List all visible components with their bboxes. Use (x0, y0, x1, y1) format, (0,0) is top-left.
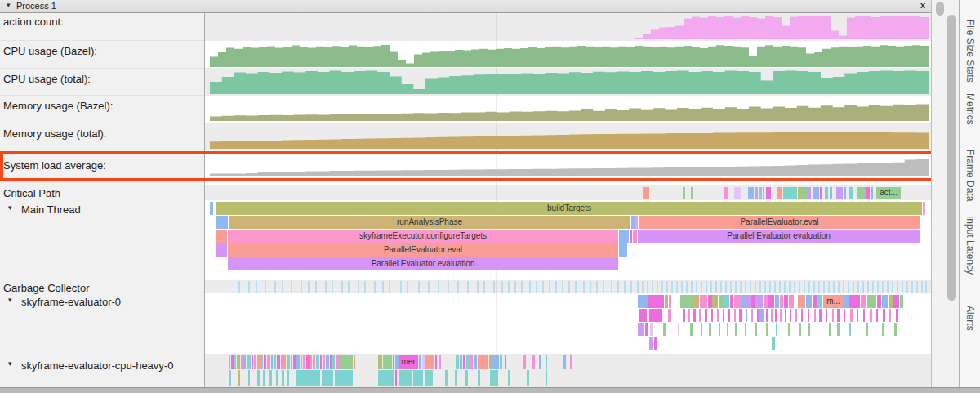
main-thread-row-0-slice[interactable] (923, 202, 925, 215)
skyframe-evaluator-0-row-2-slice[interactable] (690, 323, 693, 336)
gc-event-tick[interactable] (358, 281, 359, 293)
skyframe-evaluator-cpu-heavy-0-row-1-slice[interactable] (229, 370, 231, 386)
skyframe-evaluator-0-row-0-slice[interactable] (712, 295, 718, 308)
skyframe-evaluator-0-row-0-slice[interactable] (734, 295, 742, 308)
skyframe-evaluator-cpu-heavy-0-row-0-slice[interactable] (354, 355, 355, 369)
skyframe-evaluator-cpu-heavy-0-row-1-slice[interactable] (399, 370, 412, 386)
skyframe-evaluator-0-row-2-slice[interactable] (808, 323, 810, 336)
skyframe-evaluator-0-row-2-slice[interactable] (776, 323, 777, 336)
side-tab-input-latency[interactable]: Input Latency (964, 216, 976, 275)
gc-event-tick[interactable] (750, 281, 751, 293)
gc-event-tick[interactable] (779, 281, 781, 293)
gc-event-tick[interactable] (400, 281, 402, 293)
skyframe-evaluator-cpu-heavy-0-row-1-slice[interactable] (263, 370, 265, 386)
skyframe-evaluator-0-row-2-slice[interactable] (766, 323, 768, 336)
skyframe-evaluator-cpu-heavy-0-row-0-slice[interactable] (313, 355, 315, 369)
skyframe-evaluator-0-row-0-slice[interactable] (638, 295, 648, 308)
gc-event-tick[interactable] (902, 281, 903, 293)
gc-event-tick[interactable] (477, 281, 479, 293)
gc-event-tick[interactable] (590, 281, 591, 293)
gc-event-tick[interactable] (906, 281, 908, 293)
gc-event-tick[interactable] (256, 281, 257, 293)
critical-path-slice[interactable] (683, 187, 685, 199)
skyframe-evaluator-0-row-0-slice[interactable] (745, 295, 751, 308)
side-tab-alerts[interactable]: Alerts (964, 306, 976, 331)
skyframe-evaluator-0-row-2-slice[interactable] (701, 323, 702, 336)
skyframe-evaluator-cpu-heavy-0-row-0-slice[interactable] (339, 355, 353, 369)
skyframe-evaluator-0-row-1-slice[interactable] (760, 309, 764, 322)
gc-event-tick[interactable] (549, 281, 550, 293)
skyframe-evaluator-cpu-heavy-0-row-0-slice[interactable] (316, 355, 319, 369)
gc-event-tick[interactable] (867, 281, 869, 293)
skyframe-evaluator-0-row-1-slice[interactable] (808, 309, 809, 322)
skyframe-evaluator-0-row-2-slice[interactable] (645, 323, 648, 336)
skyframe-evaluator-0-row-1-slice[interactable] (766, 309, 768, 322)
skyframe-evaluator-0-row-3-slice[interactable] (772, 337, 775, 350)
skyframe-evaluator-cpu-heavy-0-row-0-slice[interactable] (500, 355, 502, 369)
main-thread-row-3-slice[interactable] (619, 243, 627, 257)
gc-event-tick[interactable] (808, 281, 810, 293)
gc-event-tick[interactable] (315, 281, 317, 293)
skyframe-evaluator-cpu-heavy-0-row-1-slice[interactable] (527, 370, 529, 386)
gc-event-tick[interactable] (877, 281, 879, 293)
skyframe-evaluator-cpu-heavy-0-row-0-slice[interactable] (293, 355, 296, 369)
gc-event-tick[interactable] (848, 281, 849, 293)
gc-event-tick[interactable] (882, 281, 884, 293)
skyframe-evaluator-0-row-0-slice[interactable] (665, 295, 668, 308)
gc-event-tick[interactable] (925, 281, 927, 293)
critical-path-slice[interactable] (801, 187, 808, 199)
skyframe-evaluator-0-row-0-slice[interactable] (780, 295, 783, 308)
skyframe-evaluator-0-row-0-slice[interactable] (798, 295, 805, 308)
skyframe-evaluator-0-row-0-slice[interactable] (768, 295, 774, 308)
skyframe-evaluator-0-row-1-slice[interactable] (639, 309, 647, 322)
main-thread-row-1-slice[interactable] (631, 216, 635, 229)
gc-event-tick[interactable] (428, 281, 430, 293)
gc-event-tick[interactable] (652, 281, 653, 293)
skyframe-evaluator-cpu-heavy-0-row-0-slice[interactable] (492, 355, 499, 369)
skyframe-evaluator-0-row-2-slice[interactable] (678, 323, 679, 336)
gc-event-tick[interactable] (725, 281, 727, 293)
gc-event-tick[interactable] (611, 281, 612, 293)
critical-path-slice[interactable] (813, 187, 819, 199)
critical-path-slice[interactable] (643, 187, 649, 199)
gc-event-tick[interactable] (583, 281, 585, 293)
gc-event-tick[interactable] (555, 281, 557, 293)
skyframe-evaluator-cpu-heavy-0-row-0-slice[interactable] (383, 355, 392, 369)
gc-event-tick[interactable] (887, 281, 889, 293)
main-thread-row-1-slice[interactable] (216, 216, 228, 229)
skyframe-evaluator-0-row-1-slice[interactable] (876, 309, 878, 322)
critical-path-slice[interactable]: act... (876, 187, 901, 199)
skyframe-evaluator-0-row-1-slice[interactable] (837, 309, 840, 322)
gc-event-tick[interactable] (647, 281, 648, 293)
skyframe-evaluator-cpu-heavy-0-row-0-slice[interactable] (257, 355, 261, 369)
skyframe-evaluator-0-row-1-slice[interactable] (723, 309, 724, 322)
skyframe-evaluator-0-row-2-slice[interactable] (837, 323, 840, 336)
gc-event-tick[interactable] (374, 281, 376, 293)
gc-event-tick[interactable] (872, 281, 874, 293)
critical-path-slice[interactable] (760, 187, 762, 199)
counter-track-action-count[interactable] (210, 15, 929, 39)
skyframe-evaluator-0-row-0-slice[interactable] (861, 295, 866, 308)
gc-event-tick[interactable] (448, 281, 449, 293)
main-thread-row-0-slice[interactable] (210, 202, 213, 215)
main-thread-row-2-slice[interactable] (619, 230, 629, 243)
gc-event-tick[interactable] (642, 281, 644, 293)
gc-event-tick[interactable] (493, 281, 495, 293)
skyframe-evaluator-cpu-heavy-0-row-0-slice[interactable] (539, 355, 541, 369)
skyframe-evaluator-cpu-heavy-0-row-0-slice[interactable] (291, 355, 292, 369)
gc-event-tick[interactable] (407, 281, 408, 293)
skyframe-evaluator-cpu-heavy-0-row-0-slice[interactable] (489, 355, 492, 369)
gc-event-tick[interactable] (755, 281, 756, 293)
horizontal-scrollbar[interactable] (0, 387, 980, 393)
gc-event-tick[interactable] (662, 281, 663, 293)
skyframe-evaluator-0-row-0-slice[interactable] (844, 295, 849, 308)
counter-track-cpu-usage-bazel-[interactable] (210, 42, 929, 67)
panel-divider[interactable] (204, 12, 205, 387)
skyframe-evaluator-cpu-heavy-0-row-1-slice[interactable] (395, 370, 397, 386)
skyframe-evaluator-cpu-heavy-0-row-1-slice[interactable] (546, 370, 547, 386)
critical-path-slice[interactable] (766, 187, 771, 199)
skyframe-evaluator-0-row-1-slice[interactable] (771, 309, 773, 322)
gc-event-tick[interactable] (862, 281, 864, 293)
gc-event-tick[interactable] (701, 281, 702, 293)
skyframe-evaluator-0-row-0-slice[interactable] (882, 295, 888, 308)
